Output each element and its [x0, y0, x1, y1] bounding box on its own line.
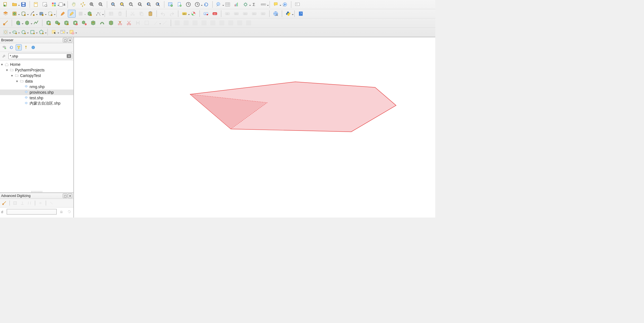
tree-label: 内蒙古自治区.shp [30, 101, 60, 106]
measure-button[interactable] [259, 1, 267, 8]
tree-file-nmg[interactable]: nmg.shp [0, 84, 73, 90]
run-action-button[interactable] [281, 1, 289, 8]
wrench-icon[interactable] [1, 53, 7, 59]
collapse-all-button[interactable] [23, 44, 29, 50]
paste-button[interactable] [146, 10, 154, 18]
zoom-out-button[interactable] [97, 1, 105, 8]
move-feature-button[interactable] [14, 19, 22, 27]
pin-label-button[interactable]: abc [211, 10, 219, 18]
properties-button[interactable]: i [30, 44, 36, 50]
identify-button[interactable]: i [215, 1, 223, 8]
new-shapefile-button[interactable] [20, 10, 27, 18]
refresh-button[interactable] [202, 1, 210, 8]
metasearch-button[interactable] [272, 10, 280, 18]
select-features-button[interactable] [50, 28, 58, 36]
text-annotation-button[interactable]: T [294, 1, 301, 8]
add-part-button[interactable] [54, 19, 61, 27]
statistics-button[interactable] [233, 1, 241, 8]
layout-manager-button[interactable] [41, 1, 49, 8]
expander-icon[interactable] [6, 69, 8, 72]
save-project-button[interactable] [20, 1, 27, 8]
processing-settings-button[interactable] [242, 1, 249, 8]
diagram-button[interactable] [189, 10, 197, 18]
zoom-next-button[interactable] [154, 1, 162, 8]
cad-enable-button[interactable] [1, 200, 7, 206]
offset-curve-button[interactable] [98, 19, 106, 27]
delete-part-button[interactable] [80, 19, 88, 27]
filter-browser-button[interactable] [16, 44, 22, 50]
browser-filter-input[interactable] [8, 53, 72, 59]
zoom-to-layer-button[interactable] [127, 1, 135, 8]
highlight-label-button[interactable]: ab [202, 10, 210, 18]
new-memory-button[interactable] [37, 10, 45, 18]
zoom-full-button[interactable] [109, 1, 117, 8]
deselect-button[interactable] [68, 28, 76, 36]
add-vector-layer-button[interactable] [2, 10, 9, 18]
select-by-expr-button[interactable] [59, 28, 67, 36]
tree-pycharmprojects[interactable]: PycharmProjects [0, 67, 73, 73]
expander-icon[interactable] [11, 74, 13, 77]
zoom-to-selection-button[interactable] [118, 1, 126, 8]
attributes-table-button[interactable] [224, 1, 232, 8]
temporal-button[interactable] [193, 1, 201, 8]
show-bookmarks-button[interactable] [184, 1, 192, 8]
shape-rect-button[interactable] [20, 28, 27, 36]
panel-resize-grip[interactable] [0, 191, 73, 192]
fill-ring-button[interactable] [63, 19, 70, 27]
zoom-last-button[interactable] [145, 1, 153, 8]
adv-close-button[interactable]: ✕ [68, 194, 72, 198]
pan-to-selection-button[interactable] [79, 1, 87, 8]
shape-polygon-button[interactable] [37, 28, 45, 36]
shape-circle-button[interactable] [2, 28, 9, 36]
label-button[interactable]: abc [181, 10, 188, 18]
tree-file-neimenggu[interactable]: 内蒙古自治区.shp [0, 101, 73, 106]
field-calc-sum-button[interactable]: Σ [251, 1, 258, 8]
simplify-button[interactable] [32, 19, 40, 27]
tree-data[interactable]: data [0, 78, 73, 84]
refresh-browser-button[interactable] [8, 44, 15, 50]
adv-undock-button[interactable]: ▢ [63, 194, 67, 198]
browser-undock-button[interactable]: ▢ [63, 38, 67, 42]
add-ring-button[interactable] [45, 19, 52, 27]
split-parts-button[interactable] [116, 19, 124, 27]
help-button[interactable]: ? [297, 10, 305, 18]
add-layer-icon[interactable] [1, 44, 7, 50]
pan-tool-button[interactable] [70, 1, 78, 8]
label-visibility-checkbox[interactable] [59, 3, 63, 6]
new-project-button[interactable] [2, 1, 9, 8]
new-spatialite-button[interactable] [28, 10, 36, 18]
new-map-view-button[interactable] [167, 1, 174, 8]
tree-file-provinces[interactable]: provinces.shp [0, 90, 73, 95]
python-console-button[interactable] [284, 10, 292, 18]
browser-close-button[interactable]: ✕ [68, 38, 72, 42]
vertex-tool-button[interactable] [95, 10, 102, 18]
tree-cartopytest[interactable]: CartopyTest [0, 73, 73, 78]
current-edits-button[interactable] [59, 10, 67, 18]
open-project-button[interactable] [11, 1, 18, 8]
new-bookmark-button[interactable] [176, 1, 183, 8]
clear-filter-button[interactable]: ✕ [67, 54, 71, 58]
map-canvas[interactable] [74, 37, 435, 218]
merge-features-button[interactable] [125, 19, 133, 27]
reshape-button[interactable] [89, 19, 97, 27]
browser-tree[interactable]: Home PycharmProjects CartopyTest data [0, 61, 73, 191]
tree-file-test[interactable]: test.shp [0, 95, 73, 101]
expander-icon[interactable] [16, 80, 18, 83]
new-virtual-button[interactable] [46, 10, 54, 18]
rotate-feature-button[interactable] [23, 19, 31, 27]
shape-ellipse-button[interactable] [11, 28, 18, 36]
add-polygon-button[interactable] [86, 10, 93, 18]
toggle-editing-button[interactable] [68, 10, 76, 18]
advanced-digitizing-toggle-button[interactable] [2, 19, 9, 27]
zoom-in-button[interactable] [88, 1, 96, 8]
expander-icon[interactable] [1, 63, 3, 66]
new-print-layout-button[interactable] [32, 1, 40, 8]
style-manager-button[interactable] [50, 1, 58, 8]
delete-ring-button[interactable] [71, 19, 79, 27]
tree-home[interactable]: Home [0, 62, 73, 67]
zoom-native-button[interactable]: 1:1 [136, 1, 144, 8]
shape-regular-button[interactable] [28, 28, 36, 36]
map-tips-button[interactable] [272, 1, 280, 8]
new-geopackage-button[interactable] [11, 10, 18, 18]
split-features-button[interactable] [107, 19, 115, 27]
